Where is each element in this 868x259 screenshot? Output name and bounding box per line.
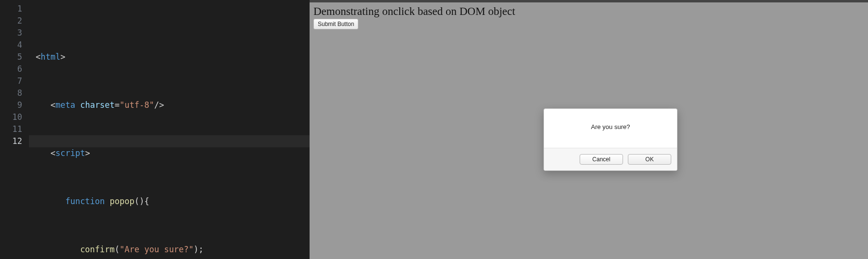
dialog-button-row: Cancel OK bbox=[544, 148, 677, 170]
line-number: 11 bbox=[0, 123, 22, 135]
line-number: 4 bbox=[0, 39, 22, 51]
browser-preview-pane: Demonstrating onclick based on DOM objec… bbox=[310, 0, 868, 259]
code-line: confirm("Are you sure?"); bbox=[36, 244, 310, 256]
current-line-highlight bbox=[29, 135, 310, 147]
line-number: 1 bbox=[0, 3, 22, 15]
line-number: 7 bbox=[0, 75, 22, 87]
submit-button[interactable]: Submit Button bbox=[313, 19, 358, 29]
rendered-page: Demonstrating onclick based on DOM objec… bbox=[310, 2, 868, 32]
line-number: 3 bbox=[0, 27, 22, 39]
line-number-gutter: 1 2 3 4 5 6 7 8 9 10 11 12 bbox=[0, 3, 29, 259]
line-number: 5 bbox=[0, 51, 22, 63]
line-number: 8 bbox=[0, 87, 22, 99]
page-heading: Demonstrating onclick based on DOM objec… bbox=[313, 5, 864, 18]
cancel-button[interactable]: Cancel bbox=[580, 154, 623, 165]
confirm-dialog: Are you sure? Cancel OK bbox=[543, 108, 678, 171]
line-number: 10 bbox=[0, 111, 22, 123]
code-line: <html> bbox=[36, 51, 310, 63]
dialog-message: Are you sure? bbox=[544, 109, 677, 148]
code-editor-pane: 1 2 3 4 5 6 7 8 9 10 11 12 <html> <meta … bbox=[0, 0, 310, 259]
line-number: 12 bbox=[0, 135, 22, 147]
line-number: 9 bbox=[0, 99, 22, 111]
line-number: 6 bbox=[0, 63, 22, 75]
code-line: function popop(){ bbox=[36, 195, 310, 207]
code-line: <script> bbox=[36, 147, 310, 159]
code-line: <meta charset="utf-8"/> bbox=[36, 99, 310, 111]
ok-button[interactable]: OK bbox=[628, 154, 671, 165]
code-area[interactable]: <html> <meta charset="utf-8"/> <script> … bbox=[29, 3, 310, 259]
line-number: 2 bbox=[0, 15, 22, 27]
